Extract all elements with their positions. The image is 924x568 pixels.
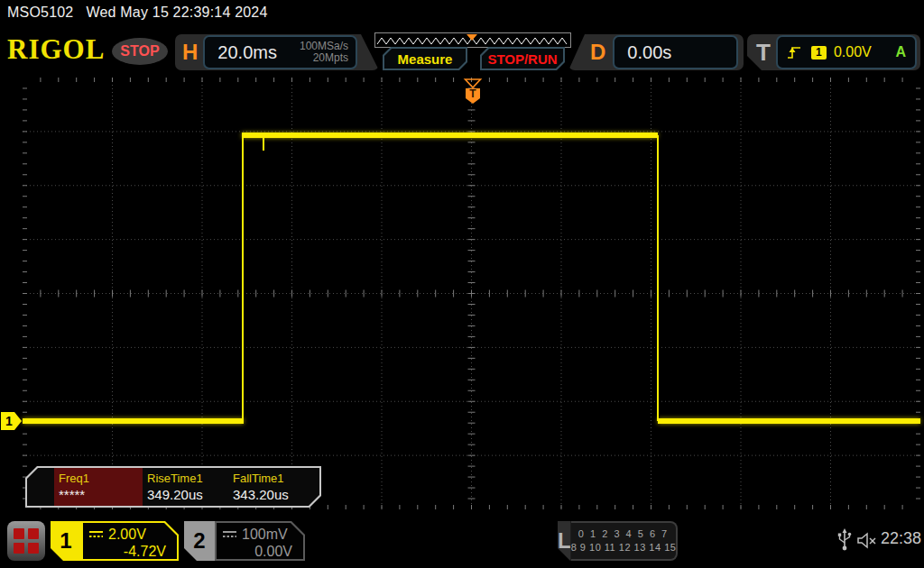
logic-row-8-15: 8 9 10 11 12 13 14 15 [571,541,677,554]
ch1-trace-falling-edge [657,135,659,421]
ch1-trace-low-left [23,418,244,424]
logic-tab[interactable]: L [558,521,571,561]
horizontal-settings-button[interactable]: H 20.0ms 100MSa/s 20Mpts [175,34,379,70]
horizontal-label: H [182,40,198,65]
ch1-scale-value: 2.00V [108,526,146,543]
memory-depth: 20Mpts [300,52,348,64]
measurement-spacer [27,468,54,506]
ch1-trace-glitch [263,137,264,151]
stop-run-button[interactable]: STOP/RUN [480,47,565,70]
usb-icon [837,528,852,552]
channel1-tab[interactable]: 1 [51,521,81,561]
logic-channels-widget[interactable]: L 0 1 2 3 4 5 6 7 8 9 10 11 12 13 14 15 [558,521,677,561]
titlebar: MSO5102Wed May 15 22:39:14 2024 [7,5,268,21]
trigger-position-marker[interactable]: T [463,78,483,105]
measurement-item-risetime1[interactable]: RiseTime1 349.20us [143,468,228,506]
trigger-settings-button[interactable]: T 1 0.00V A [747,34,920,70]
trigger-edge-icon [787,44,802,60]
trigger-box: 1 0.00V A [776,35,917,69]
timebase-box: 20.0ms 100MSa/s 20Mpts [203,35,357,69]
svg-text:T: T [469,87,476,100]
ch1-trace-high [242,133,658,138]
delay-settings-button[interactable]: D 0.00s [568,34,744,70]
ch2-coupling-icon [222,530,237,539]
measurement-item-falltime1[interactable]: FallTime1 343.20us [228,468,319,506]
measurement-panel: Freq1 ***** RiseTime1 349.20us FallTime1… [25,466,321,508]
ch1-offset-value: -4.72V [88,543,170,560]
menu-button[interactable] [7,521,45,561]
delay-value: 0.00s [627,42,671,63]
menu-grid-icon [14,528,39,554]
ch1-trace-low-right [658,418,920,424]
trigger-label: T [756,39,771,67]
trigger-source-badge: 1 [811,46,827,60]
ch2-scale-value: 100mV [242,526,288,543]
datetime-text: Wed May 15 22:39:14 2024 [86,5,267,20]
overview-zigzag-icon [375,34,568,46]
channel2-widget[interactable]: 2 100mV 0.00V [184,521,305,561]
ch1-position-marker[interactable]: 1 [1,412,23,430]
measurement-item-freq1[interactable]: Freq1 ***** [54,468,143,506]
logic-channel-list: 0 1 2 3 4 5 6 7 8 9 10 11 12 13 14 15 [571,521,679,561]
ch1-trace-rising-edge [242,135,244,421]
logic-row-0-7: 0 1 2 3 4 5 6 7 [571,527,677,541]
delay-label: D [590,40,605,65]
channel1-widget[interactable]: 1 2.00V -4.72V [51,521,179,561]
model-name: MSO5102 [7,5,73,20]
clock-text: 22:38 [881,529,921,548]
delay-box: 0.00s [613,35,738,69]
acquisition-info: 100MSa/s 20Mpts [300,41,348,64]
rigol-logo: RIGOL [7,34,105,65]
svg-text:1: 1 [5,414,13,428]
oscilloscope-screen: MSO5102Wed May 15 22:39:14 2024 RIGOL ST… [0,0,924,568]
graticule-grid [23,78,920,509]
trigger-level-value: 0.00V [834,44,896,60]
ch2-offset-value: 0.00V [222,543,296,560]
ch1-coupling-icon [88,530,104,539]
measure-button[interactable]: Measure [383,47,467,70]
timebase-value: 20.0ms [217,42,300,63]
overview-trigger-position-icon [467,34,477,41]
sound-muted-icon [857,532,879,549]
run-state-badge: STOP [112,38,168,65]
channel2-tab[interactable]: 2 [184,521,215,561]
waveform-overview-strip[interactable] [374,32,571,48]
trigger-sweep-mode: A [895,44,906,60]
